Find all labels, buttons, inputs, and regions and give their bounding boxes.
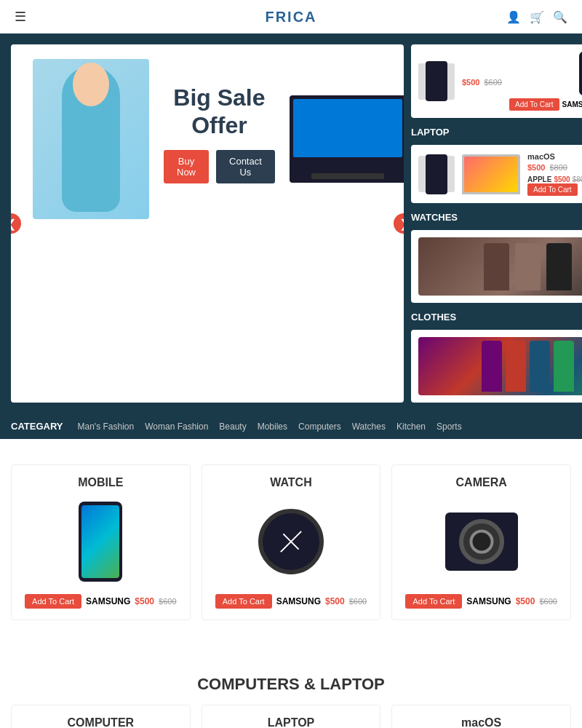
camera-product-card: CAMERA Add To Cart SAMSUNG $500 $600 — [391, 464, 571, 620]
right-clothes-card — [411, 230, 582, 303]
right-mobile-card: $500 $600 Add To Cart SAMSUNG $500 $600 — [411, 44, 582, 118]
user-icon[interactable]: 👤 — [506, 10, 521, 24]
laptop-product-card: LAPTOP DELL $500 $1000 Add To Cart — [202, 705, 381, 728]
buy-now-button[interactable]: Buy Now — [164, 150, 209, 183]
right-laptop-price2: $500 — [554, 175, 570, 183]
computers-section: COMPUTERS & LAPTOP COMPUTER SAMSUNG $500… — [0, 646, 582, 728]
mobile-price-sale: $500 — [462, 78, 479, 87]
coat-4 — [554, 341, 574, 392]
hero-buttons: Buy Now Contact Us — [164, 150, 275, 183]
camera-price-orig: $600 — [539, 597, 557, 606]
watch-shape — [258, 509, 324, 574]
search-icon[interactable]: 🔍 — [553, 10, 567, 24]
laptop-category-label: LAPTOP — [213, 716, 370, 728]
camera-price-sale: $500 — [516, 596, 535, 606]
right-laptop-brand: macOS — [527, 152, 582, 161]
nav-mans-fashion[interactable]: Man's Fashion — [78, 422, 135, 432]
mobile-shape — [79, 502, 122, 582]
right-phone2-image — [418, 156, 455, 192]
macos-category-label: macOS — [403, 716, 559, 728]
hero-text: Big Sale Offer Buy Now Contact Us — [149, 84, 290, 195]
nav-category-label: CATEGARY — [11, 421, 63, 432]
right-laptop-price: $500 — [527, 163, 545, 172]
right-panel: $500 $600 Add To Cart SAMSUNG $500 $600 … — [411, 44, 582, 403]
computers-grid: COMPUTER SAMSUNG $500 $1000 Add To Cart … — [11, 705, 571, 728]
nav-bar: CATEGARY Man's Fashion Woman Fashion Bea… — [0, 414, 582, 439]
hamburger-icon[interactable]: ☰ — [15, 9, 26, 25]
clothes-section-title: CLOTHES — [411, 309, 582, 324]
nav-computers[interactable]: Computers — [298, 422, 341, 432]
watch-add-cart[interactable]: Add To Cart — [215, 594, 272, 609]
hero-computer-image — [290, 95, 404, 183]
camera-product-bottom: Add To Cart SAMSUNG $500 $600 — [403, 594, 559, 609]
categories-section: MOBILE Add To Cart SAMSUNG $500 $600 WAT… — [0, 439, 582, 646]
right-camera-add-cart[interactable]: Add To Cart — [509, 98, 559, 111]
mobile-add-cart[interactable]: Add To Cart — [25, 594, 81, 609]
camera-shape — [445, 513, 518, 571]
mobile-product-bottom: Add To Cart SAMSUNG $500 $600 — [23, 594, 179, 609]
right-laptop-price-orig: $800 — [549, 163, 567, 172]
nav-sports[interactable]: Sports — [436, 422, 462, 432]
nav-watches[interactable]: Watches — [352, 422, 386, 432]
mobile-product-image — [23, 498, 179, 585]
main-content: MOBILE Add To Cart SAMSUNG $500 $600 WAT… — [0, 439, 582, 728]
mobile-price-sale: $500 — [135, 596, 154, 606]
nav-beauty[interactable]: Beauty — [219, 422, 246, 432]
site-logo[interactable]: FRICA — [265, 9, 316, 25]
hero-slider: ❮ Big Sale Offer Buy Now Contact Us ❯ — [11, 44, 404, 403]
right-laptop-image — [462, 154, 520, 194]
camera-add-cart[interactable]: Add To Cart — [405, 594, 462, 609]
camera-category-label: CAMERA — [403, 476, 559, 489]
nav-items: Man's Fashion Woman Fashion Beauty Mobil… — [78, 422, 462, 432]
camera-brand: SAMSUNG — [466, 596, 511, 606]
right-laptop-add-cart[interactable]: Add To Cart — [527, 183, 578, 196]
mobile-category-label: MOBILE — [23, 476, 179, 489]
coat-3 — [530, 341, 550, 392]
coat-2 — [506, 341, 526, 392]
hero-section: ❮ Big Sale Offer Buy Now Contact Us ❯ — [0, 33, 582, 414]
watch-category-label: WATCH — [213, 476, 370, 489]
right-mobile-info: $500 $600 — [462, 76, 502, 87]
watch-product-image — [213, 498, 370, 585]
right-laptop-info: macOS $500 $800 APPLE $500 $800 Add To C… — [527, 152, 582, 196]
computer-product-card: COMPUTER SAMSUNG $500 $1000 Add To Cart — [11, 705, 191, 728]
right-laptop-price-orig2: $800 — [573, 175, 582, 183]
hero-title: Big Sale Offer — [164, 84, 275, 140]
watches-section-title: WATCHES — [411, 209, 582, 224]
camera-product-image — [403, 498, 559, 585]
laptop-section-title: LAPTOP — [411, 124, 582, 139]
nav-woman-fashion[interactable]: Woman Fashion — [145, 422, 208, 432]
clothes-item-3 — [546, 243, 572, 290]
computer-category-label: COMPUTER — [23, 716, 179, 728]
cart-icon[interactable]: 🛒 — [530, 10, 544, 24]
right-laptop-card: macOS $500 $800 APPLE $500 $800 Add To C… — [411, 145, 582, 203]
right-laptop-maker: APPLE — [527, 175, 551, 183]
right-camera-image — [579, 52, 582, 95]
mobile-price-orig: $600 — [159, 597, 176, 606]
macos-product-card: macOS APPLE $500 $1000 Add To Cart — [391, 705, 571, 728]
clothes-item-2 — [515, 243, 541, 290]
hero-content: Big Sale Offer Buy Now Contact Us — [11, 44, 404, 234]
right-coats-card — [411, 330, 582, 403]
watch-brand: SAMSUNG — [276, 596, 321, 606]
header: ☰ FRICA 👤 🛒 🔍 — [0, 0, 582, 33]
right-camera-brand: SAMSUNG — [562, 100, 582, 108]
watch-product-card: WATCH Add To Cart SAMSUNG $500 $600 — [202, 464, 381, 620]
nav-kitchen[interactable]: Kitchen — [396, 422, 426, 432]
right-phone-image — [418, 63, 455, 100]
watch-price-sale: $500 — [325, 596, 345, 606]
computers-section-title: COMPUTERS & LAPTOP — [11, 675, 571, 694]
coat-1 — [482, 341, 502, 392]
contact-us-button[interactable]: Contact Us — [216, 150, 275, 183]
header-icons: 👤 🛒 🔍 — [506, 10, 567, 24]
hero-woman-image — [33, 59, 149, 219]
mobile-price-orig: $600 — [484, 78, 501, 87]
nav-mobiles[interactable]: Mobiles — [258, 422, 287, 432]
watch-product-bottom: Add To Cart SAMSUNG $500 $600 — [213, 594, 370, 609]
categories-grid: MOBILE Add To Cart SAMSUNG $500 $600 WAT… — [11, 464, 571, 620]
mobile-brand: SAMSUNG — [86, 596, 130, 606]
watch-price-orig: $600 — [349, 597, 367, 606]
clothes-item-1 — [484, 243, 509, 290]
mobile-product-card: MOBILE Add To Cart SAMSUNG $500 $600 — [11, 464, 191, 620]
